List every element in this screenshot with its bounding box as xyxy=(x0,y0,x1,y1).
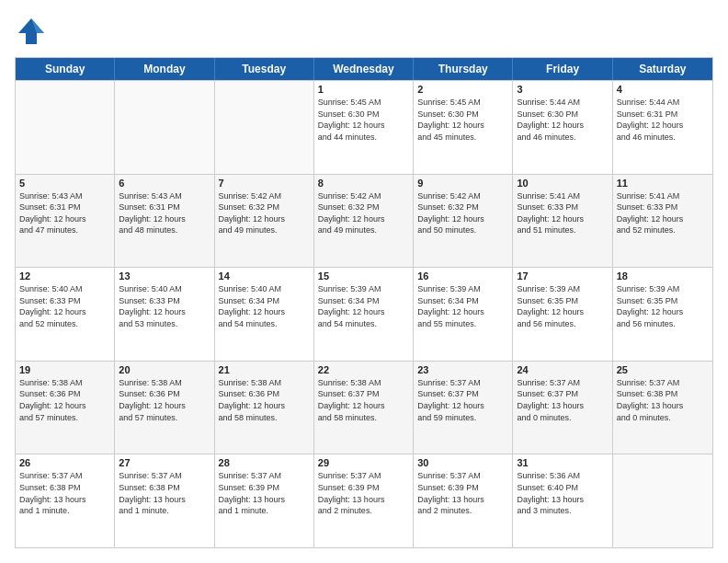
day-number: 24 xyxy=(517,364,608,375)
day-info: Sunrise: 5:38 AM Sunset: 6:36 PM Dayligh… xyxy=(219,377,310,423)
calendar-cell-day-4: 4Sunrise: 5:44 AM Sunset: 6:31 PM Daylig… xyxy=(613,81,712,174)
calendar-cell-day-22: 22Sunrise: 5:38 AM Sunset: 6:37 PM Dayli… xyxy=(314,362,414,454)
calendar-cell-day-6: 6Sunrise: 5:43 AM Sunset: 6:31 PM Daylig… xyxy=(115,175,214,268)
day-info: Sunrise: 5:43 AM Sunset: 6:31 PM Dayligh… xyxy=(19,190,110,236)
weekday-header-tuesday: Tuesday xyxy=(215,58,314,80)
day-info: Sunrise: 5:39 AM Sunset: 6:34 PM Dayligh… xyxy=(318,283,409,329)
calendar-cell-empty xyxy=(16,81,115,174)
calendar-cell-day-15: 15Sunrise: 5:39 AM Sunset: 6:34 PM Dayli… xyxy=(314,268,414,361)
day-number: 5 xyxy=(19,178,110,189)
day-info: Sunrise: 5:41 AM Sunset: 6:33 PM Dayligh… xyxy=(517,190,608,236)
calendar-row-0: 1Sunrise: 5:45 AM Sunset: 6:30 PM Daylig… xyxy=(16,80,712,174)
day-info: Sunrise: 5:36 AM Sunset: 6:40 PM Dayligh… xyxy=(517,470,608,516)
calendar-row-1: 5Sunrise: 5:43 AM Sunset: 6:31 PM Daylig… xyxy=(16,174,712,268)
calendar-cell-day-19: 19Sunrise: 5:38 AM Sunset: 6:36 PM Dayli… xyxy=(16,362,115,454)
calendar-cell-empty xyxy=(115,81,214,174)
day-number: 23 xyxy=(417,364,508,375)
day-info: Sunrise: 5:37 AM Sunset: 6:37 PM Dayligh… xyxy=(517,377,608,423)
day-info: Sunrise: 5:40 AM Sunset: 6:33 PM Dayligh… xyxy=(119,283,210,329)
calendar-cell-day-8: 8Sunrise: 5:42 AM Sunset: 6:32 PM Daylig… xyxy=(314,175,414,268)
calendar-cell-day-12: 12Sunrise: 5:40 AM Sunset: 6:33 PM Dayli… xyxy=(16,268,115,361)
calendar-cell-day-17: 17Sunrise: 5:39 AM Sunset: 6:35 PM Dayli… xyxy=(513,268,612,361)
calendar-row-4: 26Sunrise: 5:37 AM Sunset: 6:38 PM Dayli… xyxy=(16,454,712,547)
day-info: Sunrise: 5:38 AM Sunset: 6:36 PM Dayligh… xyxy=(119,377,210,423)
day-number: 26 xyxy=(19,457,110,468)
day-info: Sunrise: 5:43 AM Sunset: 6:31 PM Dayligh… xyxy=(119,190,210,236)
day-number: 9 xyxy=(417,178,508,189)
weekday-header-monday: Monday xyxy=(115,58,214,80)
day-info: Sunrise: 5:42 AM Sunset: 6:32 PM Dayligh… xyxy=(318,190,409,236)
calendar-header: SundayMondayTuesdayWednesdayThursdayFrid… xyxy=(16,58,712,80)
calendar-cell-day-7: 7Sunrise: 5:42 AM Sunset: 6:32 PM Daylig… xyxy=(215,175,314,268)
calendar-cell-day-1: 1Sunrise: 5:45 AM Sunset: 6:30 PM Daylig… xyxy=(314,81,414,174)
calendar-row-2: 12Sunrise: 5:40 AM Sunset: 6:33 PM Dayli… xyxy=(16,267,712,361)
day-info: Sunrise: 5:37 AM Sunset: 6:38 PM Dayligh… xyxy=(617,377,709,423)
calendar-cell-day-18: 18Sunrise: 5:39 AM Sunset: 6:35 PM Dayli… xyxy=(613,268,712,361)
day-info: Sunrise: 5:40 AM Sunset: 6:34 PM Dayligh… xyxy=(219,283,310,329)
calendar-cell-day-2: 2Sunrise: 5:45 AM Sunset: 6:30 PM Daylig… xyxy=(414,81,513,174)
calendar-body: 1Sunrise: 5:45 AM Sunset: 6:30 PM Daylig… xyxy=(16,80,712,547)
calendar-cell-empty xyxy=(215,81,314,174)
day-number: 25 xyxy=(617,364,709,375)
calendar-cell-day-16: 16Sunrise: 5:39 AM Sunset: 6:34 PM Dayli… xyxy=(414,268,513,361)
calendar-cell-day-27: 27Sunrise: 5:37 AM Sunset: 6:38 PM Dayli… xyxy=(115,454,214,547)
day-number: 7 xyxy=(219,178,310,189)
weekday-header-friday: Friday xyxy=(513,58,612,80)
day-number: 22 xyxy=(318,364,409,375)
day-number: 18 xyxy=(617,270,709,282)
calendar-cell-day-14: 14Sunrise: 5:40 AM Sunset: 6:34 PM Dayli… xyxy=(215,268,314,361)
weekday-header-thursday: Thursday xyxy=(414,58,513,80)
calendar-cell-day-11: 11Sunrise: 5:41 AM Sunset: 6:33 PM Dayli… xyxy=(613,175,712,268)
day-info: Sunrise: 5:37 AM Sunset: 6:39 PM Dayligh… xyxy=(318,470,409,516)
day-number: 8 xyxy=(318,178,409,189)
day-number: 12 xyxy=(19,270,110,282)
calendar-cell-day-13: 13Sunrise: 5:40 AM Sunset: 6:33 PM Dayli… xyxy=(115,268,214,361)
day-number: 21 xyxy=(219,364,310,375)
calendar-cell-day-9: 9Sunrise: 5:42 AM Sunset: 6:32 PM Daylig… xyxy=(414,175,513,268)
weekday-header-saturday: Saturday xyxy=(613,58,712,80)
day-info: Sunrise: 5:44 AM Sunset: 6:30 PM Dayligh… xyxy=(517,97,608,143)
day-number: 11 xyxy=(617,178,709,189)
day-info: Sunrise: 5:39 AM Sunset: 6:35 PM Dayligh… xyxy=(517,283,608,329)
day-number: 28 xyxy=(219,457,310,468)
calendar-cell-day-31: 31Sunrise: 5:36 AM Sunset: 6:40 PM Dayli… xyxy=(513,454,612,547)
calendar-cell-day-30: 30Sunrise: 5:37 AM Sunset: 6:39 PM Dayli… xyxy=(414,454,513,547)
day-info: Sunrise: 5:45 AM Sunset: 6:30 PM Dayligh… xyxy=(318,97,409,143)
day-number: 3 xyxy=(517,84,608,95)
day-number: 16 xyxy=(417,270,508,282)
day-info: Sunrise: 5:37 AM Sunset: 6:38 PM Dayligh… xyxy=(19,470,110,516)
day-info: Sunrise: 5:37 AM Sunset: 6:37 PM Dayligh… xyxy=(417,377,508,423)
day-info: Sunrise: 5:38 AM Sunset: 6:36 PM Dayligh… xyxy=(19,377,110,423)
weekday-header-sunday: Sunday xyxy=(16,58,115,80)
calendar-cell-day-20: 20Sunrise: 5:38 AM Sunset: 6:36 PM Dayli… xyxy=(115,362,214,454)
day-number: 27 xyxy=(119,457,210,468)
calendar-cell-day-23: 23Sunrise: 5:37 AM Sunset: 6:37 PM Dayli… xyxy=(414,362,513,454)
calendar-cell-day-3: 3Sunrise: 5:44 AM Sunset: 6:30 PM Daylig… xyxy=(513,81,612,174)
weekday-header-wednesday: Wednesday xyxy=(314,58,414,80)
day-number: 13 xyxy=(119,270,210,282)
day-number: 15 xyxy=(318,270,409,282)
calendar-cell-day-5: 5Sunrise: 5:43 AM Sunset: 6:31 PM Daylig… xyxy=(16,175,115,268)
logo-icon xyxy=(15,15,48,48)
calendar-cell-day-10: 10Sunrise: 5:41 AM Sunset: 6:33 PM Dayli… xyxy=(513,175,612,268)
day-number: 1 xyxy=(318,84,409,95)
day-info: Sunrise: 5:40 AM Sunset: 6:33 PM Dayligh… xyxy=(19,283,110,329)
day-info: Sunrise: 5:37 AM Sunset: 6:38 PM Dayligh… xyxy=(119,470,210,516)
day-number: 31 xyxy=(517,457,608,468)
day-info: Sunrise: 5:39 AM Sunset: 6:34 PM Dayligh… xyxy=(417,283,508,329)
day-number: 20 xyxy=(119,364,210,375)
day-info: Sunrise: 5:42 AM Sunset: 6:32 PM Dayligh… xyxy=(417,190,508,236)
page: SundayMondayTuesdayWednesdayThursdayFrid… xyxy=(0,0,728,563)
calendar-cell-day-25: 25Sunrise: 5:37 AM Sunset: 6:38 PM Dayli… xyxy=(613,362,712,454)
calendar: SundayMondayTuesdayWednesdayThursdayFrid… xyxy=(15,57,713,548)
day-info: Sunrise: 5:41 AM Sunset: 6:33 PM Dayligh… xyxy=(617,190,709,236)
day-number: 19 xyxy=(19,364,110,375)
calendar-cell-empty xyxy=(613,454,712,547)
day-number: 14 xyxy=(219,270,310,282)
day-number: 29 xyxy=(318,457,409,468)
header xyxy=(15,15,713,48)
calendar-cell-day-21: 21Sunrise: 5:38 AM Sunset: 6:36 PM Dayli… xyxy=(215,362,314,454)
day-info: Sunrise: 5:37 AM Sunset: 6:39 PM Dayligh… xyxy=(417,470,508,516)
calendar-cell-day-29: 29Sunrise: 5:37 AM Sunset: 6:39 PM Dayli… xyxy=(314,454,414,547)
day-info: Sunrise: 5:37 AM Sunset: 6:39 PM Dayligh… xyxy=(219,470,310,516)
